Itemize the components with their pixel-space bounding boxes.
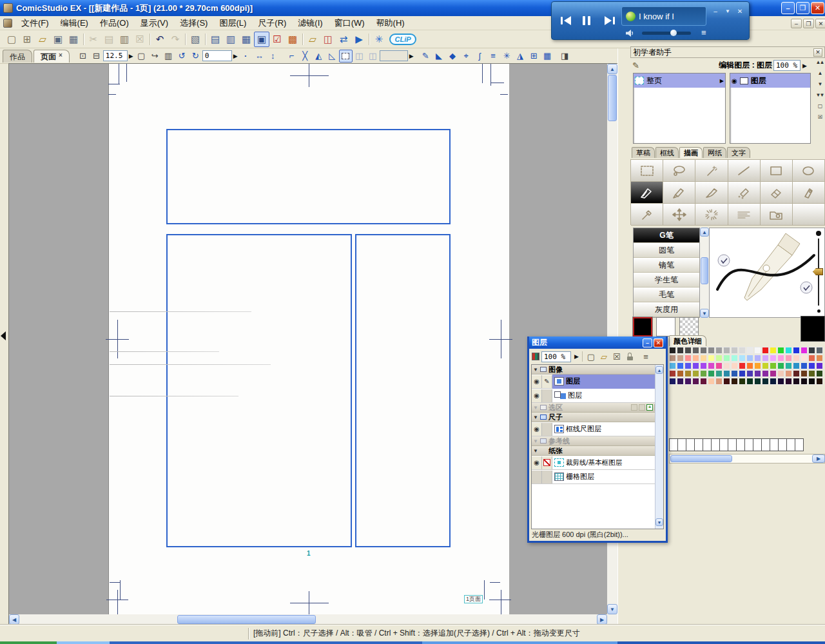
minimize-button[interactable]: – xyxy=(781,2,795,14)
layout-panel-icon[interactable]: ▣ xyxy=(254,32,269,47)
copy-icon[interactable]: ▤ xyxy=(101,32,117,47)
layers-minimize-icon[interactable]: – xyxy=(643,338,652,347)
page-list-icon[interactable]: ▥ xyxy=(223,32,238,47)
selection-float-icon[interactable] xyxy=(339,50,353,63)
delete-layer-icon[interactable]: ☒ xyxy=(610,350,623,363)
eye-icon[interactable]: ◉ xyxy=(532,375,542,388)
rotate-cw-icon[interactable]: ↻ xyxy=(189,50,202,63)
shrink-view-icon[interactable]: ⊟ xyxy=(90,50,103,63)
tool-pattern-brush-icon[interactable] xyxy=(728,182,761,204)
new-template-icon[interactable]: ⊞ xyxy=(19,32,35,47)
tool-pencil-icon[interactable] xyxy=(663,182,695,204)
angle-spinner-icon[interactable]: ▶ xyxy=(233,53,238,59)
layers-title-bar[interactable]: 图层 – ✕ xyxy=(529,337,666,349)
toolbar-panel-menu-icon[interactable]: ◨ xyxy=(558,50,572,63)
perspective-ruler-icon[interactable]: ◮ xyxy=(514,50,527,63)
spread-view-icon[interactable]: ▥ xyxy=(162,50,175,63)
player-next-icon[interactable] xyxy=(605,16,615,25)
dock-bottom-icon[interactable]: ▼▼ xyxy=(816,92,824,98)
tool-ellipse-icon[interactable] xyxy=(793,160,825,182)
layer-group-selection[interactable]: ▼选区 + xyxy=(532,403,663,413)
volume-icon[interactable] xyxy=(625,29,634,37)
menu-item-select[interactable]: 选择(S) xyxy=(174,16,213,30)
new-layer-icon[interactable]: ▢ xyxy=(818,103,822,109)
tree-scrollbar[interactable]: ▲ ▼ xyxy=(655,365,663,529)
material-folder-icon[interactable]: ▱ xyxy=(305,32,320,47)
layer-row[interactable]: 栅格图层 ▶ xyxy=(532,470,663,484)
menu-item-ruler[interactable]: 尺子(R) xyxy=(252,16,292,30)
assistant-close-icon[interactable]: ✕ xyxy=(813,48,822,57)
layer-opacity-input[interactable] xyxy=(773,60,801,71)
paste-icon[interactable]: ▥ xyxy=(117,32,132,47)
layer-row[interactable]: ◉ 图层 ▶ xyxy=(532,389,663,403)
move-up-icon[interactable]: ▲ xyxy=(818,70,822,76)
player-skin-icon[interactable]: ▼ xyxy=(723,7,733,15)
redo-icon[interactable]: ↷ xyxy=(168,32,183,47)
menu-item-story[interactable]: 作品(O) xyxy=(94,16,135,30)
menu-item-view[interactable]: 显示(V) xyxy=(135,16,174,30)
layer-group-guides[interactable]: ▼参考线 xyxy=(532,436,663,446)
layer-row[interactable]: ◉ ✎ 图层 ▶ xyxy=(532,375,663,389)
layers-close-icon[interactable]: ✕ xyxy=(654,338,663,347)
menu-item-filter[interactable]: 滤镜(I) xyxy=(292,16,328,30)
tab-page[interactable]: 页面 × xyxy=(34,50,70,63)
tone-strip-scrollbar[interactable]: ▶ xyxy=(669,454,825,463)
view-preset-spinner-icon[interactable]: ▶ xyxy=(409,53,414,59)
tool-move-icon[interactable] xyxy=(663,204,695,226)
player-minimize-icon[interactable]: – xyxy=(710,7,721,15)
angle-input[interactable] xyxy=(202,50,232,61)
zoom-spinner-icon[interactable]: ▶ xyxy=(129,53,133,59)
new-page-icon[interactable]: ▢ xyxy=(135,50,148,63)
tool-pen-icon[interactable] xyxy=(631,182,663,204)
delete-icon[interactable]: ☒ xyxy=(132,32,148,47)
pen-scroll-down-icon[interactable]: ▼ xyxy=(700,309,709,318)
save-all-icon[interactable]: ▦ xyxy=(66,32,81,47)
edit-pen-icon[interactable]: ✎ xyxy=(542,375,552,388)
player-prev-icon[interactable] xyxy=(561,16,571,25)
menu-item-edit[interactable]: 编辑(E) xyxy=(55,16,94,30)
swap-window-icon[interactable]: ⇄ xyxy=(336,32,351,47)
mesh-ruler-icon[interactable]: ▦ xyxy=(541,50,554,63)
tool-line-icon[interactable] xyxy=(728,160,761,182)
tool-fill-pen-icon[interactable] xyxy=(793,182,825,204)
tool-speed-lines-icon[interactable] xyxy=(728,204,761,226)
parallel-ruler-icon[interactable]: ≡ xyxy=(487,50,500,63)
menu-item-help[interactable]: 帮助(H) xyxy=(371,16,411,30)
tool-lasso-select-icon[interactable] xyxy=(663,160,695,182)
assistant-layer-item[interactable]: ◉ 图层 xyxy=(730,73,810,88)
panel-frame-2[interactable] xyxy=(166,234,352,547)
scroll-down-icon[interactable]: ▼ xyxy=(607,604,617,614)
mdi-close-button[interactable]: ✕ xyxy=(815,19,825,28)
circle-ruler-icon[interactable]: ⌖ xyxy=(460,50,473,63)
layer-group-ruler[interactable]: ▼尺子 xyxy=(532,413,663,422)
tool-magic-wand-icon[interactable] xyxy=(695,160,728,182)
slider-handle[interactable] xyxy=(813,268,823,275)
canvas-hscrollbar[interactable]: ◀ ▶ xyxy=(9,614,607,625)
tab-color-detail[interactable]: 颜色详细 xyxy=(669,335,706,346)
tool-focus-lines-icon[interactable] xyxy=(695,204,728,226)
save-icon[interactable]: ▣ xyxy=(50,32,66,47)
player-pause-icon[interactable] xyxy=(583,16,590,25)
new-layer-icon[interactable]: ▢ xyxy=(585,350,597,363)
story-panel-icon[interactable]: ▤ xyxy=(208,32,223,47)
player-close-icon[interactable]: ✕ xyxy=(735,7,745,15)
layers-opacity-spinner-icon[interactable]: ▶ xyxy=(574,353,579,360)
tab-story[interactable]: 作品 xyxy=(3,50,32,63)
tool-rectangle-icon[interactable] xyxy=(761,160,793,182)
menu-item-file[interactable]: 文件(F) xyxy=(15,16,55,30)
proof-check-icon[interactable]: ☑ xyxy=(269,32,285,47)
undo-icon[interactable]: ↶ xyxy=(152,32,168,47)
pen-scroll-up-icon[interactable]: ▲ xyxy=(700,228,709,237)
pen-list-scrollbar[interactable]: ▲ ▼ xyxy=(700,228,709,318)
grid-ruler-icon[interactable]: ⊞ xyxy=(527,50,541,63)
tab-close-icon[interactable]: × xyxy=(59,52,63,59)
scroll-up-icon[interactable]: ▲ xyxy=(607,64,617,74)
snap-corner-icon[interactable]: ⌐ xyxy=(285,50,298,63)
delete-layer-icon[interactable]: ☒ xyxy=(818,114,821,120)
strip-scroll-right-icon[interactable]: ▶ xyxy=(812,454,825,463)
layer-row[interactable]: ◉ 框线尺图层 ▶ xyxy=(532,422,663,436)
play-window-icon[interactable]: ▶ xyxy=(351,32,367,47)
page-feed-icon[interactable]: ⊡ xyxy=(76,50,90,63)
dock-top-icon[interactable]: ▲▲ xyxy=(816,59,824,65)
layers-opacity-input[interactable] xyxy=(541,351,571,362)
